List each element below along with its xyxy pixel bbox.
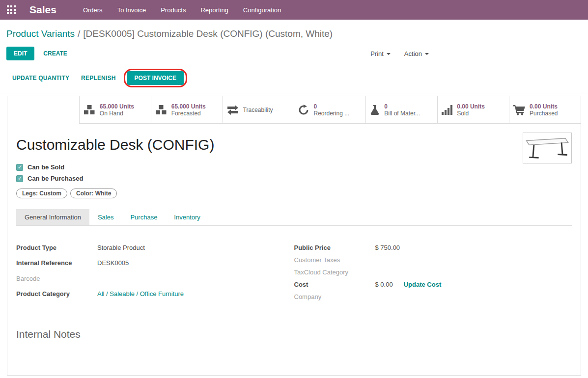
update-cost-link[interactable]: Update Cost <box>404 281 442 288</box>
can-be-purchased-row: Can be Purchased <box>16 175 572 182</box>
menu-reporting[interactable]: Reporting <box>200 6 228 14</box>
stat-button-row: 65.000 Units On Hand 65.000 Units Foreca… <box>7 96 581 124</box>
post-invoice-button[interactable]: POST INVOICE <box>127 71 184 85</box>
variant-tag-color: Color: White <box>70 189 117 198</box>
refresh-icon <box>298 105 309 115</box>
product-category-link[interactable]: All / Saleable / Office Furniture <box>97 290 184 297</box>
stat-button-purchased[interactable]: 0.00 Units Purchased <box>509 96 581 124</box>
field-value-barcode <box>97 272 294 288</box>
stat-label: Traceability <box>243 107 273 113</box>
variant-tags: Legs: Custom Color: White <box>16 189 572 198</box>
annotation-highlight-ring: POST INVOICE <box>124 69 187 87</box>
shopping-cart-icon <box>513 105 525 115</box>
stat-button-bill-of-materials[interactable]: 0 Bill of Mater... <box>365 96 437 124</box>
field-product-type: Product Type Storable Product <box>16 242 294 257</box>
stat-value: 0.00 Units <box>457 103 485 110</box>
can-be-purchased-label: Can be Purchased <box>28 175 83 182</box>
action-dropdown-label: Action <box>404 50 422 57</box>
field-cost: Cost $ 0.00Update Cost <box>294 278 572 291</box>
form-fields: Product Type Storable Product Internal R… <box>16 242 572 303</box>
tab-inventory[interactable]: Inventory <box>166 209 208 225</box>
can-be-sold-label: Can be Sold <box>28 163 64 171</box>
menu-orders[interactable]: Orders <box>83 6 103 14</box>
stat-button-forecasted[interactable]: 65.000 Units Forecasted <box>151 96 223 124</box>
product-title: Customizable Desk (CONFIG) <box>16 136 523 153</box>
field-barcode: Barcode <box>16 272 294 288</box>
notebook-tabs: General Information Sales Purchase Inven… <box>16 209 572 226</box>
product-sheet: 65.000 Units On Hand 65.000 Units Foreca… <box>7 96 581 376</box>
replenish-button[interactable]: REPLENISH <box>75 71 121 85</box>
can-be-sold-row: Can be Sold <box>16 163 572 171</box>
stat-button-traceability[interactable]: Traceability <box>223 96 294 124</box>
field-label-product-type: Product Type <box>16 242 97 257</box>
field-value-internal-reference: DESK0005 <box>97 257 294 272</box>
field-value-customer-taxes <box>375 254 572 266</box>
field-group-left: Product Type Storable Product Internal R… <box>16 242 294 303</box>
control-panel: EDIT CREATE Print Action <box>0 39 588 60</box>
field-taxcloud-category: TaxCloud Category <box>294 266 572 278</box>
field-label-barcode: Barcode <box>16 272 97 288</box>
stat-label: Reordering ... <box>313 110 349 117</box>
create-button[interactable]: CREATE <box>37 47 73 60</box>
product-image <box>523 133 572 163</box>
can-be-purchased-checkbox[interactable] <box>16 175 23 182</box>
print-dropdown-label: Print <box>370 50 384 57</box>
stat-label: Purchased <box>530 110 558 117</box>
field-group-right: Public Price $ 750.00 Customer Taxes Tax… <box>294 242 572 303</box>
menu-products[interactable]: Products <box>161 6 186 14</box>
stat-value: 0.00 Units <box>530 103 558 110</box>
field-label-customer-taxes: Customer Taxes <box>294 254 375 266</box>
cubes-icon <box>155 105 167 115</box>
chevron-down-icon <box>387 53 391 55</box>
breadcrumb-parent[interactable]: Product Variants <box>6 28 75 39</box>
field-label-company: Company <box>294 291 375 303</box>
field-label-public-price: Public Price <box>294 242 375 254</box>
edit-button[interactable]: EDIT <box>6 47 34 60</box>
field-public-price: Public Price $ 750.00 <box>294 242 572 254</box>
print-dropdown[interactable]: Print <box>370 50 391 57</box>
field-value-cost: $ 0.00 <box>375 281 393 288</box>
stat-value: 65.000 Units <box>100 103 134 110</box>
stat-value: 65.000 Units <box>171 103 206 110</box>
breadcrumb-separator: / <box>78 28 80 39</box>
field-label-taxcloud-category: TaxCloud Category <box>294 266 375 278</box>
menu-to-invoice[interactable]: To Invoice <box>117 6 146 14</box>
exchange-arrows-icon <box>227 105 239 115</box>
stat-button-sold[interactable]: 0.00 Units Sold <box>437 96 509 124</box>
breadcrumb-current: [DESK0005] Customizable Desk (CONFIG) (C… <box>83 28 333 39</box>
field-value-taxcloud-category <box>375 266 572 278</box>
field-product-category: Product Category All / Saleable / Office… <box>16 288 294 303</box>
stat-label: On Hand <box>100 110 134 117</box>
apps-menu-icon[interactable] <box>7 5 17 15</box>
field-label-cost: Cost <box>294 278 375 291</box>
breadcrumb: Product Variants/[DESK0005] Customizable… <box>0 20 588 39</box>
top-navbar: Sales Orders To Invoice Products Reporti… <box>0 0 588 20</box>
stat-label: Forecasted <box>171 110 206 117</box>
field-label-internal-reference: Internal Reference <box>16 257 97 272</box>
field-internal-reference: Internal Reference DESK0005 <box>16 257 294 272</box>
update-quantity-button[interactable]: UPDATE QUANTITY <box>6 71 75 85</box>
app-name[interactable]: Sales <box>29 4 56 16</box>
stat-button-on-hand[interactable]: 65.000 Units On Hand <box>79 96 151 124</box>
can-be-sold-checkbox[interactable] <box>16 164 23 171</box>
status-action-bar: UPDATE QUANTITY REPLENISH POST INVOICE <box>0 63 588 93</box>
field-value-company <box>375 291 572 303</box>
internal-notes-heading: Internal Notes <box>16 328 572 340</box>
tab-general-information[interactable]: General Information <box>16 209 89 225</box>
menu-configuration[interactable]: Configuration <box>243 6 281 14</box>
action-dropdown[interactable]: Action <box>404 50 429 57</box>
tab-sales[interactable]: Sales <box>89 209 122 225</box>
tab-purchase[interactable]: Purchase <box>122 209 166 225</box>
field-company: Company <box>294 291 572 303</box>
stat-button-reordering-rules[interactable]: 0 Reordering ... <box>294 96 365 124</box>
sheet-body: Customizable Desk (CONFIG) Can be Sold C… <box>7 124 581 340</box>
stat-value: 0 <box>313 103 349 110</box>
field-value-product-type: Storable Product <box>97 242 294 257</box>
bar-chart-icon <box>442 105 452 115</box>
top-menu: Orders To Invoice Products Reporting Con… <box>83 6 281 14</box>
variant-tag-legs: Legs: Custom <box>16 189 67 198</box>
chevron-down-icon <box>425 53 429 55</box>
field-customer-taxes: Customer Taxes <box>294 254 572 266</box>
stat-row-spacer <box>7 96 79 124</box>
cubes-icon <box>84 105 95 115</box>
